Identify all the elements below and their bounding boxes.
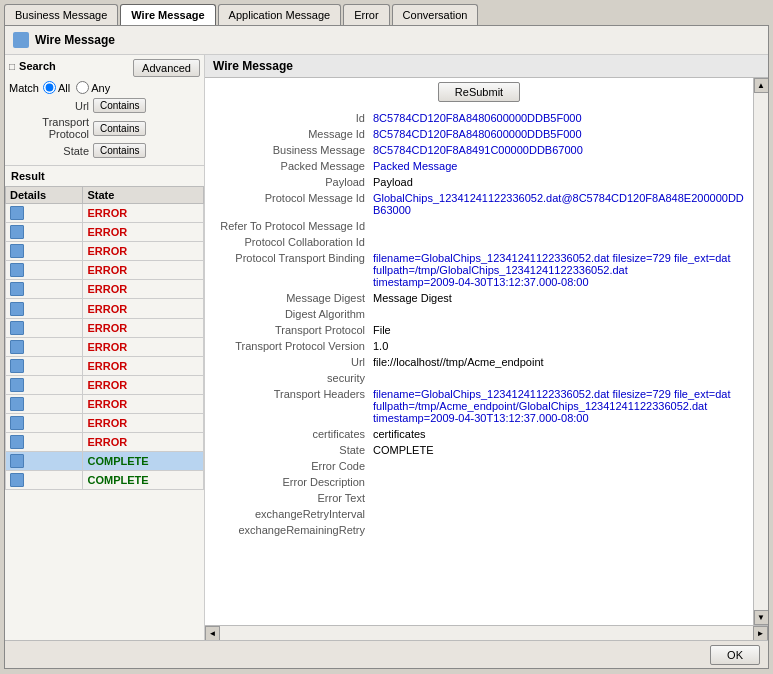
protocol-search-row: Transport Protocol Contains <box>9 116 200 140</box>
table-row[interactable]: ERROR <box>6 337 204 356</box>
tab-error[interactable]: Error <box>343 4 389 25</box>
table-row[interactable]: ERROR <box>6 280 204 299</box>
field-value: certificates <box>369 426 749 442</box>
table-row[interactable]: ERROR <box>6 223 204 242</box>
table-row[interactable]: ERROR <box>6 414 204 433</box>
left-panel: □ Search Advanced Match All Any Url <box>5 55 205 640</box>
search-section: □ Search Advanced Match All Any Url <box>5 55 204 166</box>
row-detail-icon <box>10 359 24 373</box>
tab-application-message[interactable]: Application Message <box>218 4 342 25</box>
row-icon-cell <box>6 356 83 375</box>
row-icon-cell <box>6 337 83 356</box>
detail-row: Transport ProtocolFile <box>209 322 749 338</box>
detail-row: Error Code <box>209 458 749 474</box>
match-any-label: Any <box>91 82 110 94</box>
field-label: security <box>209 370 369 386</box>
search-label: Search <box>19 60 56 72</box>
field-label: Error Code <box>209 458 369 474</box>
field-label: Protocol Message Id <box>209 190 369 218</box>
table-row[interactable]: ERROR <box>6 318 204 337</box>
row-state-cell: ERROR <box>83 433 204 452</box>
row-state-cell: ERROR <box>83 318 204 337</box>
row-icon-cell <box>6 261 83 280</box>
field-value: 1.0 <box>369 338 749 354</box>
match-row: Match All Any <box>9 81 200 94</box>
detail-row: security <box>209 370 749 386</box>
url-label: Url <box>9 100 89 112</box>
scroll-right-button[interactable]: ► <box>753 626 768 641</box>
scroll-up-button[interactable]: ▲ <box>754 78 769 93</box>
row-detail-icon <box>10 321 24 335</box>
row-icon-cell <box>6 433 83 452</box>
field-label: Id <box>209 110 369 126</box>
resubmit-button[interactable]: ReSubmit <box>438 82 520 102</box>
table-row[interactable]: ERROR <box>6 242 204 261</box>
tab-business-message[interactable]: Business Message <box>4 4 118 25</box>
detail-row: PayloadPayload <box>209 174 749 190</box>
field-value <box>369 506 749 522</box>
row-detail-icon <box>10 282 24 296</box>
search-toggle-icon[interactable]: □ <box>9 61 15 72</box>
row-state-cell: ERROR <box>83 280 204 299</box>
table-row[interactable]: ERROR <box>6 204 204 223</box>
row-state-cell: COMPLETE <box>83 471 204 490</box>
panel-title-bar: Wire Message <box>5 26 768 55</box>
protocol-contains-button[interactable]: Contains <box>93 121 146 136</box>
right-panel: Wire Message ReSubmit Id8C5784CD120F8A84… <box>205 55 768 640</box>
table-row[interactable]: ERROR <box>6 299 204 318</box>
detail-table: Id8C5784CD120F8A8480600000DDB5F000Messag… <box>209 110 749 538</box>
field-value <box>369 218 749 234</box>
match-all-radio[interactable] <box>43 81 56 94</box>
row-detail-icon <box>10 435 24 449</box>
protocol-label: Transport Protocol <box>9 116 89 140</box>
row-icon-cell <box>6 242 83 261</box>
table-row[interactable]: ERROR <box>6 394 204 413</box>
detail-row: Digest Algorithm <box>209 306 749 322</box>
row-detail-icon <box>10 263 24 277</box>
tab-conversation[interactable]: Conversation <box>392 4 479 25</box>
row-state-cell: ERROR <box>83 261 204 280</box>
row-detail-icon <box>10 225 24 239</box>
tab-wire-message[interactable]: Wire Message <box>120 4 215 25</box>
table-row[interactable]: ERROR <box>6 261 204 280</box>
state-label: State <box>9 145 89 157</box>
row-state-cell: COMPLETE <box>83 452 204 471</box>
scroll-down-button[interactable]: ▼ <box>754 610 769 625</box>
url-contains-button[interactable]: Contains <box>93 98 146 113</box>
ok-button[interactable]: OK <box>710 645 760 665</box>
row-icon-cell <box>6 223 83 242</box>
match-any-radio[interactable] <box>76 81 89 94</box>
row-state-cell: ERROR <box>83 242 204 261</box>
detail-row: certificatescertificates <box>209 426 749 442</box>
resubmit-row: ReSubmit <box>209 82 749 102</box>
table-row[interactable]: ERROR <box>6 356 204 375</box>
field-value <box>369 474 749 490</box>
field-value: filename=GlobalChips_12341241122336052.d… <box>369 386 749 426</box>
result-section: Result Details State ERRORERRORERRORERRO… <box>5 166 204 640</box>
bottom-bar: OK <box>5 640 768 668</box>
row-state-cell: ERROR <box>83 204 204 223</box>
detail-row: Protocol Message IdGlobalChips_123412411… <box>209 190 749 218</box>
detail-row: Refer To Protocol Message Id <box>209 218 749 234</box>
row-detail-icon <box>10 416 24 430</box>
field-value: COMPLETE <box>369 442 749 458</box>
advanced-button[interactable]: Advanced <box>133 59 200 77</box>
scroll-track <box>754 93 768 610</box>
state-contains-button[interactable]: Contains <box>93 143 146 158</box>
detail-row: Transport Headersfilename=GlobalChips_12… <box>209 386 749 426</box>
row-icon-cell <box>6 471 83 490</box>
detail-header: Wire Message <box>205 55 768 78</box>
scroll-left-button[interactable]: ◄ <box>205 626 220 641</box>
field-label: Protocol Transport Binding <box>209 250 369 290</box>
field-label: Message Digest <box>209 290 369 306</box>
table-row[interactable]: COMPLETE <box>6 471 204 490</box>
field-label: Business Message <box>209 142 369 158</box>
content-area: □ Search Advanced Match All Any Url <box>5 55 768 640</box>
row-state-cell: ERROR <box>83 223 204 242</box>
table-row[interactable]: COMPLETE <box>6 452 204 471</box>
row-icon-cell <box>6 375 83 394</box>
table-row[interactable]: ERROR <box>6 375 204 394</box>
detail-content: ReSubmit Id8C5784CD120F8A8480600000DDB5F… <box>205 78 753 625</box>
table-row[interactable]: ERROR <box>6 433 204 452</box>
field-value: Message Digest <box>369 290 749 306</box>
